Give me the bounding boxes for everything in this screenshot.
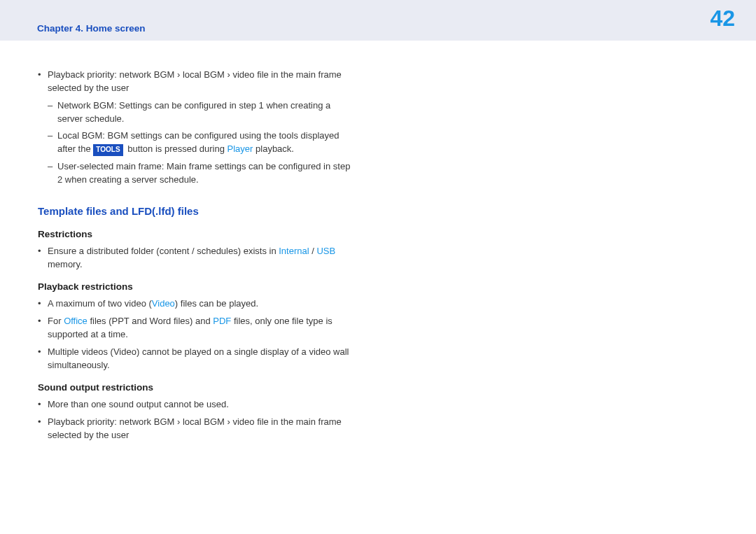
- text: files (PPT and Word files) and: [88, 316, 213, 326]
- text: local BGM: [180, 416, 227, 427]
- page-number: 42: [710, 6, 735, 31]
- subheading-sound-output-restrictions: Sound output restrictions: [38, 381, 354, 395]
- text: Ensure a distributed folder (content / s…: [48, 246, 279, 256]
- highlight-pdf: PDF: [213, 316, 231, 326]
- highlight-video: Video: [152, 298, 175, 309]
- highlight-office: Office: [64, 316, 88, 326]
- sound-output-list: More than one sound output cannot be use…: [38, 398, 354, 442]
- chapter-label: Chapter 4. Home screen: [37, 23, 146, 34]
- playback-restrictions-list: A maximum of two video (Video) files can…: [38, 297, 354, 372]
- restrictions-list: Ensure a distributed folder (content / s…: [38, 245, 354, 272]
- sub-list: Network BGM: Settings can be configured …: [48, 99, 354, 187]
- list-item: Local BGM: BGM settings can be configure…: [57, 129, 354, 156]
- text: local BGM: [180, 69, 227, 80]
- list-item: Network BGM: Settings can be configured …: [57, 99, 354, 126]
- text: Playback priority: network BGM: [48, 416, 177, 427]
- highlight-usb: USB: [316, 246, 335, 256]
- text: playback.: [253, 143, 294, 154]
- subheading-playback-restrictions: Playback restrictions: [38, 280, 354, 294]
- text: /: [309, 246, 317, 256]
- list-item: More than one sound output cannot be use…: [48, 398, 354, 412]
- list-item: Playback priority: network BGM › local B…: [48, 416, 354, 442]
- text: button is pressed during: [125, 143, 227, 154]
- highlight-player: Player: [227, 143, 253, 154]
- highlight-internal: Internal: [279, 246, 309, 256]
- text: For: [48, 316, 64, 326]
- subheading-restrictions: Restrictions: [38, 227, 354, 241]
- list-item: A maximum of two video (Video) files can…: [48, 297, 354, 311]
- list-item: Multiple videos (Video) cannot be played…: [48, 346, 354, 372]
- text: memory.: [48, 259, 83, 269]
- section-title-template-lfd: Template files and LFD(.lfd) files: [38, 204, 354, 219]
- text: ) files can be played.: [175, 298, 258, 309]
- text: Playback priority: network BGM: [48, 69, 177, 80]
- text: A maximum of two video (: [48, 298, 152, 309]
- page-content: Playback priority: network BGM › local B…: [0, 41, 392, 442]
- list-item: User-selected main frame: Main frame set…: [57, 160, 354, 187]
- tools-badge: TOOLS: [93, 144, 122, 156]
- sound-output-continued: Playback priority: network BGM › local B…: [38, 69, 354, 187]
- page-header: Chapter 4. Home screen 42: [0, 0, 756, 41]
- list-item: Ensure a distributed folder (content / s…: [48, 245, 354, 272]
- list-item: Playback priority: network BGM › local B…: [48, 69, 354, 187]
- list-item: For Office files (PPT and Word files) an…: [48, 315, 354, 342]
